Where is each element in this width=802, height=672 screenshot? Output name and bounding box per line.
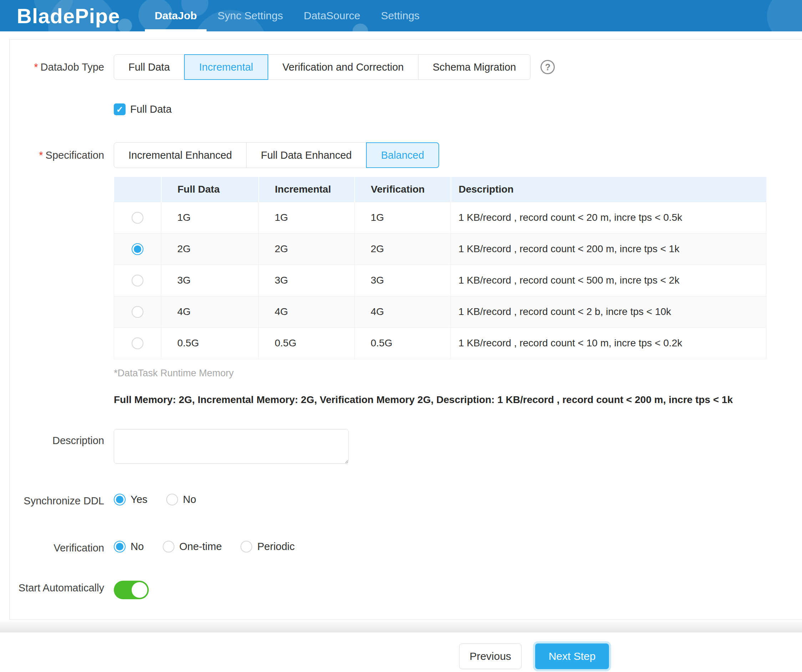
table-row[interactable]: 4G 4G 4G 1 KB/record , record count < 2 …	[114, 296, 766, 328]
description-label: Description	[10, 429, 104, 447]
table-header-row: Full Data Incremental Verification Descr…	[114, 177, 766, 202]
ddl-option-yes[interactable]: Yes	[114, 494, 147, 506]
nav-item-sync-settings[interactable]: Sync Settings	[207, 0, 293, 31]
footer-top-shadow	[0, 620, 802, 632]
previous-button[interactable]: Previous	[459, 643, 522, 669]
cell-full-data: 3G	[161, 265, 259, 296]
table-row[interactable]: 1G 1G 1G 1 KB/record , record count < 20…	[114, 202, 766, 233]
full-data-checkbox-row: ✓ Full Data	[10, 103, 802, 115]
cell-verification: 0.5G	[355, 328, 451, 359]
radio-icon	[163, 541, 175, 552]
next-step-button[interactable]: Next Step	[535, 643, 609, 669]
cell-description: 1 KB/record , record count < 200 m, incr…	[451, 233, 766, 265]
selected-spec-summary: Full Memory: 2G, Incremental Memory: 2G,…	[114, 394, 802, 405]
cell-incremental: 4G	[259, 296, 355, 328]
segment-incremental[interactable]: Incremental	[184, 54, 268, 80]
question-circle-icon[interactable]: ?	[540, 60, 555, 74]
segment-full-data[interactable]: Full Data	[114, 54, 184, 80]
radio-icon	[166, 494, 178, 506]
cell-incremental: 2G	[259, 233, 355, 265]
nav-menu: DataJob Sync Settings DataSource Setting…	[144, 0, 430, 31]
radio-checked-icon	[114, 494, 126, 506]
nav-item-settings[interactable]: Settings	[371, 0, 430, 31]
checkbox-checked-icon: ✓	[114, 103, 126, 115]
segment-verification-and-correction[interactable]: Verification and Correction	[268, 54, 419, 80]
full-data-checkbox-label: Full Data	[130, 103, 171, 115]
bubble-decoration	[767, 0, 802, 31]
cell-verification: 2G	[355, 233, 451, 265]
radio-checked-icon	[114, 541, 126, 552]
datajob-type-label: *DataJob Type	[10, 54, 104, 73]
cell-full-data: 0.5G	[161, 328, 259, 359]
table-row-selected[interactable]: 2G 2G 2G 1 KB/record , record count < 20…	[114, 233, 766, 265]
cell-full-data: 1G	[161, 202, 259, 233]
synchronize-ddl-label: Synchronize DDL	[10, 494, 104, 507]
cell-incremental: 0.5G	[259, 328, 355, 359]
spec-row-radio[interactable]	[132, 338, 144, 349]
cell-incremental: 1G	[259, 202, 355, 233]
description-row: Description	[10, 429, 802, 465]
top-navbar: BladePipe DataJob Sync Settings DataSour…	[0, 0, 802, 31]
table-row[interactable]: 3G 3G 3G 1 KB/record , record count < 50…	[114, 265, 766, 296]
required-asterisk: *	[39, 149, 43, 161]
synchronize-ddl-row: Synchronize DDL Yes No	[10, 494, 802, 507]
full-data-column-header: Full Data	[161, 177, 259, 202]
start-automatically-toggle-on[interactable]	[114, 581, 149, 599]
start-automatically-label: Start Automatically	[10, 581, 104, 594]
description-textarea[interactable]	[114, 429, 349, 464]
full-data-checkbox[interactable]: ✓ Full Data	[114, 103, 171, 115]
cell-full-data: 2G	[161, 233, 259, 265]
radio-column-header	[114, 177, 161, 202]
specification-label: *Specification	[10, 142, 104, 162]
cell-description: 1 KB/record , record count < 500 m, incr…	[451, 265, 766, 296]
cell-verification: 3G	[355, 265, 451, 296]
start-automatically-row: Start Automatically	[10, 581, 802, 599]
cell-verification: 1G	[355, 202, 451, 233]
verification-column-header: Verification	[355, 177, 451, 202]
footer-bar: Previous Next Step	[0, 632, 802, 669]
nav-item-datasource[interactable]: DataSource	[293, 0, 370, 31]
verification-row: Verification No One-time Periodic	[10, 541, 802, 554]
nav-item-datajob[interactable]: DataJob	[144, 0, 207, 31]
verification-option-one-time[interactable]: One-time	[163, 541, 222, 552]
segment-full-data-enhanced[interactable]: Full Data Enhanced	[246, 142, 366, 168]
bladepipe-logo[interactable]: BladePipe	[17, 4, 120, 28]
required-asterisk: *	[34, 61, 38, 73]
cell-incremental: 3G	[259, 265, 355, 296]
specification-row: *Specification Incremental Enhanced Full…	[10, 142, 802, 168]
segment-balanced[interactable]: Balanced	[366, 142, 439, 168]
verification-label: Verification	[10, 541, 104, 554]
specification-table: Full Data Incremental Verification Descr…	[114, 177, 766, 359]
specification-segmented-control: Incremental Enhanced Full Data Enhanced …	[114, 142, 439, 168]
spec-row-radio[interactable]	[132, 306, 144, 318]
incremental-column-header: Incremental	[259, 177, 355, 202]
cell-verification: 4G	[355, 296, 451, 328]
cell-description: 1 KB/record , record count < 2 b, incre …	[451, 296, 766, 328]
datajob-type-segmented-control: Full Data Incremental Verification and C…	[114, 54, 530, 80]
spec-row-radio-checked[interactable]	[132, 243, 144, 255]
table-row[interactable]: 0.5G 0.5G 0.5G 1 KB/record , record coun…	[114, 328, 766, 359]
cell-full-data: 4G	[161, 296, 259, 328]
toggle-knob	[132, 582, 147, 598]
cell-description: 1 KB/record , record count < 10 m, incre…	[451, 328, 766, 359]
datajob-type-row: *DataJob Type Full Data Incremental Veri…	[10, 54, 802, 80]
description-column-header: Description	[451, 177, 766, 202]
datajob-type-control: Full Data Incremental Verification and C…	[114, 54, 530, 80]
datajob-form-card: *DataJob Type Full Data Incremental Veri…	[9, 39, 802, 620]
ddl-option-no[interactable]: No	[166, 494, 196, 506]
verification-option-no[interactable]: No	[114, 541, 144, 552]
segment-incremental-enhanced[interactable]: Incremental Enhanced	[114, 142, 247, 168]
verification-option-periodic[interactable]: Periodic	[241, 541, 295, 552]
spec-row-radio[interactable]	[132, 212, 144, 224]
cell-description: 1 KB/record , record count < 20 m, incre…	[451, 202, 766, 233]
radio-icon	[241, 541, 252, 552]
spec-row-radio[interactable]	[132, 275, 144, 286]
segment-schema-migration[interactable]: Schema Migration	[418, 54, 531, 80]
datatask-runtime-memory-note: *DataTask Runtime Memory	[114, 368, 802, 379]
